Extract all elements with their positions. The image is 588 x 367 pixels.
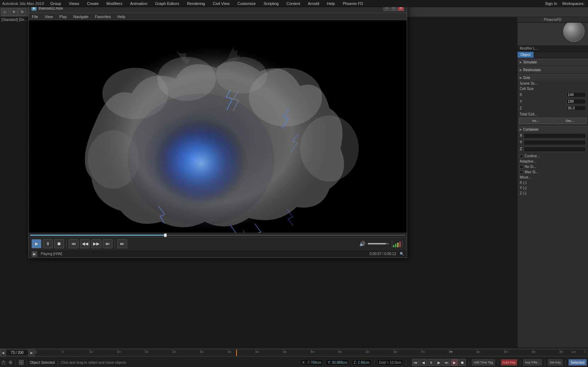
menu-customize[interactable]: Customize (236, 1, 257, 6)
pause-button[interactable]: ⏸ (43, 239, 53, 248)
toolbar-btn-select[interactable]: ▷ (1, 8, 9, 16)
increase-btn[interactable]: Inc... (519, 118, 553, 124)
workspaces-label: Workspaces: (561, 1, 586, 6)
grid-z-input[interactable] (566, 106, 586, 111)
svg-rect-66 (22, 360, 23, 362)
menu-phoenix-fd[interactable]: Phoenix FD (341, 1, 364, 6)
timeline-prev-btn[interactable]: ◀ (0, 349, 6, 357)
scrubber-played (30, 235, 165, 236)
ram-menu-file[interactable]: File (31, 14, 39, 19)
menu-graph-editors[interactable]: Graph Editors (154, 1, 181, 6)
playing-icon: ▶ (32, 251, 37, 257)
grid-info-display: Grid = 10.0cm (377, 359, 403, 366)
svg-text:95: 95 (560, 350, 563, 354)
audio-meter (392, 240, 403, 247)
confine-checkbox[interactable] (520, 154, 523, 158)
sign-in-button[interactable]: Sign In (543, 1, 558, 6)
playing-status: Playing [H/W] (41, 252, 62, 256)
play-button[interactable]: ▶ (32, 239, 41, 248)
simulate-header[interactable]: Simulate (518, 59, 588, 65)
transport-pause[interactable]: ⏸ (428, 359, 435, 366)
timeline-track[interactable]: 0 5 10 15 20 25 30 35 40 (34, 349, 588, 356)
menu-views[interactable]: Views (68, 1, 81, 6)
svg-point-7 (300, 115, 359, 181)
right-panel: Modifier L... Object Simulate Resimulate… (517, 17, 588, 348)
toolbar-btn-rotate[interactable]: ↻ (18, 8, 26, 16)
container-z-input[interactable] (524, 147, 586, 152)
ram-menu-help[interactable]: Help (116, 14, 126, 19)
select-mode-icon[interactable] (19, 360, 24, 365)
first-frame-button[interactable]: ⏮ (69, 239, 79, 248)
loop-button[interactable]: ⏭ (117, 239, 127, 248)
ram-menu-view[interactable]: View (44, 14, 54, 19)
ram-menu-navigate[interactable]: Navigate (72, 14, 90, 19)
container-header[interactable]: Container (518, 126, 588, 132)
container-x-input[interactable] (524, 133, 586, 139)
menu-modifiers[interactable]: Modifiers (105, 1, 124, 6)
set-key-btn[interactable]: Set Key (548, 359, 563, 366)
step-back-button[interactable]: ◀◀ (80, 239, 90, 248)
status-sep-5 (406, 360, 406, 365)
video-area: Z (29, 20, 407, 233)
panel-tab-object[interactable]: Object (518, 52, 534, 58)
svg-text:50: 50 (311, 350, 314, 354)
max-sim-row: Max Si... (518, 169, 588, 175)
svg-text:100: 100 (571, 350, 576, 354)
volume-icon[interactable]: 🔊 (358, 239, 366, 248)
grid-y-input[interactable] (566, 99, 586, 104)
ram-menu-favorites[interactable]: Favorites (94, 14, 112, 19)
menu-scripting[interactable]: Scripting (262, 1, 280, 6)
menu-group[interactable]: Group (49, 1, 63, 6)
container-y-input[interactable] (524, 140, 586, 145)
svg-text:85: 85 (505, 350, 508, 354)
status-sep-3 (58, 360, 58, 365)
resimulate-header[interactable]: Resimulate (518, 67, 588, 73)
menu-animation[interactable]: Animation (129, 1, 149, 6)
grid-z-row: Z (518, 105, 588, 112)
svg-text:80: 80 (477, 350, 480, 354)
transport-play[interactable]: ▶ (451, 359, 458, 366)
transport-last[interactable]: ⏭ (443, 359, 450, 366)
menu-help[interactable]: Help (326, 1, 337, 6)
transport-stop[interactable]: ⏹ (459, 359, 466, 366)
timeline-next-btn[interactable]: ▶ (29, 349, 34, 357)
stop-button[interactable]: ⏹ (54, 239, 64, 248)
confine-row: Confine... (518, 153, 588, 159)
menu-create[interactable]: Create (86, 1, 100, 6)
total-cells-label: Total Cell... (520, 112, 537, 116)
transport-next[interactable]: ▶ (435, 359, 443, 366)
menu-arnold[interactable]: Arnold (307, 1, 321, 6)
cursor-icon (8, 360, 13, 365)
auto-key-btn[interactable]: Auto Key (501, 359, 518, 366)
key-filters-btn[interactable]: Key Filte... (523, 359, 542, 366)
max-sim-checkbox[interactable] (520, 170, 523, 174)
timeline-frame-display[interactable]: 73 / 200 (6, 350, 29, 356)
svg-text:55: 55 (339, 350, 342, 354)
zoom-level[interactable]: 🔍 (400, 252, 404, 256)
scrubber-bar[interactable] (29, 233, 407, 237)
volume-fill (368, 243, 386, 244)
grid-x-input[interactable] (566, 92, 586, 97)
menu-civil-view[interactable]: Civil View (211, 1, 231, 6)
volume-slider[interactable] (368, 243, 389, 244)
step-forward-button[interactable]: ▶▶ (91, 239, 101, 248)
toolbar-btn-move[interactable]: ✛ (10, 8, 18, 16)
svg-rect-14 (393, 245, 394, 247)
scrubber-track[interactable] (30, 235, 405, 236)
add-time-tag-btn[interactable]: Add Time Tag (472, 359, 495, 366)
svg-point-12 (154, 119, 249, 207)
menu-rendering[interactable]: Rendering (185, 1, 206, 6)
scrubber-thumb[interactable] (164, 233, 167, 237)
decrease-btn[interactable]: Dec... (553, 118, 587, 124)
ram-menu-play[interactable]: Play (58, 14, 68, 19)
lock-icon-btn[interactable] (1, 360, 6, 365)
no-sim-checkbox[interactable] (520, 165, 523, 169)
transport-prev[interactable]: ◀ (420, 359, 427, 366)
grid-header[interactable]: Grid (518, 74, 588, 81)
ram-player-window: thanos02.mov ─ □ ✕ File View Play Naviga… (28, 3, 407, 258)
last-frame-button[interactable]: ⏭ (103, 239, 113, 248)
menu-content[interactable]: Content (285, 1, 302, 6)
transport-first[interactable]: ⏮ (412, 359, 419, 366)
container-z-label: Z (520, 147, 522, 152)
status-sep-4 (374, 360, 375, 365)
